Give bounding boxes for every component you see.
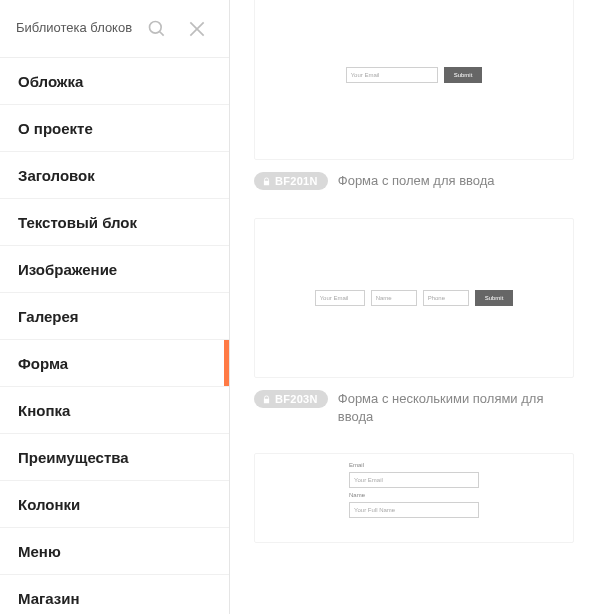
block-description: Форма с несколькими полями для ввода <box>338 390 574 425</box>
preview-input: Name <box>371 290 417 306</box>
block-card[interactable]: EmailYour EmailNameYour Full Name <box>254 453 574 543</box>
close-button[interactable] <box>177 9 217 49</box>
category-list: ОбложкаО проектеЗаголовокТекстовый блокИ… <box>0 58 229 614</box>
sidebar-item-5[interactable]: Галерея <box>0 293 229 340</box>
preview-input: Your Email <box>346 67 438 83</box>
preview-label: Email <box>349 462 364 468</box>
svg-point-0 <box>150 21 162 33</box>
preview-input: Your Email <box>349 472 479 488</box>
block-code-badge: BF201N <box>254 172 328 190</box>
lock-icon <box>262 177 271 186</box>
block-preview: EmailYour EmailNameYour Full Name <box>254 453 574 543</box>
preview-label: Name <box>349 492 365 498</box>
block-description: Форма с полем для ввода <box>338 172 574 190</box>
sidebar-item-10[interactable]: Меню <box>0 528 229 575</box>
preview-input: Your Email <box>315 290 365 306</box>
block-code-badge: BF203N <box>254 390 328 408</box>
block-meta: BF201NФорма с полем для ввода <box>254 172 574 190</box>
block-preview: Your EmailSubmit <box>254 0 574 160</box>
preview-submit: Submit <box>444 67 483 83</box>
library-title: Библиотека блоков <box>16 20 137 37</box>
sidebar-item-11[interactable]: Магазин <box>0 575 229 614</box>
block-code: BF201N <box>275 175 318 187</box>
preview-input: Your Full Name <box>349 502 479 518</box>
sidebar-item-6[interactable]: Форма <box>0 340 229 387</box>
block-preview: Your EmailNamePhoneSubmit <box>254 218 574 378</box>
sidebar-item-9[interactable]: Колонки <box>0 481 229 528</box>
sidebar-item-0[interactable]: Обложка <box>0 58 229 105</box>
search-button[interactable] <box>137 9 177 49</box>
block-code: BF203N <box>275 393 318 405</box>
sidebar-item-2[interactable]: Заголовок <box>0 152 229 199</box>
sidebar-item-3[interactable]: Текстовый блок <box>0 199 229 246</box>
blocks-panel: Your EmailSubmitBF201NФорма с полем для … <box>230 0 592 614</box>
sidebar-item-1[interactable]: О проекте <box>0 105 229 152</box>
sidebar-header: Библиотека блоков <box>0 0 229 58</box>
lock-icon <box>262 395 271 404</box>
sidebar-item-4[interactable]: Изображение <box>0 246 229 293</box>
block-meta: BF203NФорма с несколькими полями для вво… <box>254 390 574 425</box>
block-card[interactable]: Your EmailSubmitBF201NФорма с полем для … <box>254 0 574 190</box>
sidebar-item-7[interactable]: Кнопка <box>0 387 229 434</box>
close-icon <box>187 19 207 39</box>
search-icon <box>147 19 167 39</box>
sidebar-item-8[interactable]: Преимущества <box>0 434 229 481</box>
block-card[interactable]: Your EmailNamePhoneSubmitBF203NФорма с н… <box>254 218 574 425</box>
preview-input: Phone <box>423 290 469 306</box>
preview-submit: Submit <box>475 290 514 306</box>
svg-line-1 <box>160 31 164 35</box>
sidebar: Библиотека блоков ОбложкаО проектеЗаголо… <box>0 0 230 614</box>
